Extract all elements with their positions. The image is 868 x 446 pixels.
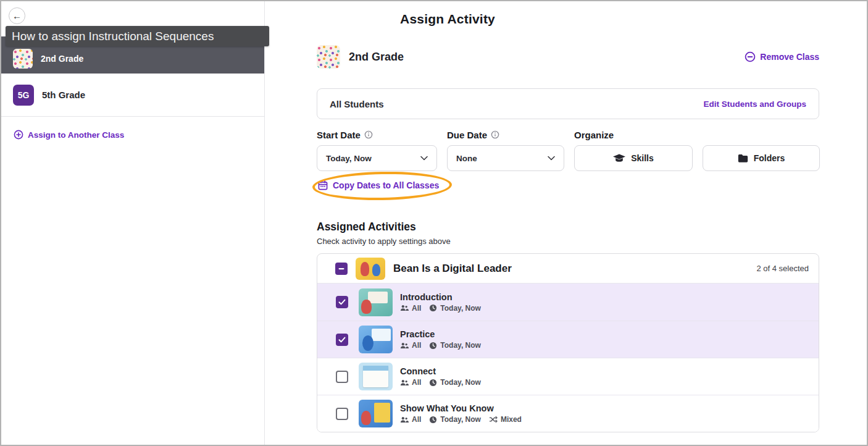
activity-meta: All Today, Now bbox=[400, 304, 481, 313]
minus-circle-icon bbox=[745, 51, 756, 62]
check-icon bbox=[338, 337, 346, 343]
assigned-activities-panel: Bean Is a Digital Leader 2 of 4 selected… bbox=[317, 253, 819, 432]
due-date-value: None bbox=[456, 154, 477, 163]
assign-activity-panel: 2nd Grade Remove Class All Students Edit… bbox=[265, 1, 867, 445]
activity-meta: All Today, Now bbox=[400, 378, 481, 387]
activity-meta: All Today, Now Mixed bbox=[400, 415, 522, 424]
activity-row-connect: Connect All Today, Now bbox=[317, 358, 819, 395]
sidebar: ← 2nd Grade 5G 5th Grade Assign to Anoth… bbox=[1, 1, 265, 445]
shuffle-icon bbox=[489, 416, 498, 423]
students-icon bbox=[400, 416, 409, 423]
class-name: 5th Grade bbox=[42, 90, 85, 100]
checkbox-practice[interactable] bbox=[336, 334, 348, 346]
plus-circle-icon bbox=[14, 130, 23, 140]
activity-row-show-what-you-know: Show What You Know All Today, Now Mixed bbox=[317, 395, 819, 432]
sidebar-class-5th-grade[interactable]: 5G 5th Grade bbox=[1, 74, 264, 117]
select-all-checkbox[interactable] bbox=[335, 263, 348, 275]
activity-row-introduction: Introduction All Today, Now bbox=[317, 284, 819, 321]
chevron-down-icon bbox=[420, 156, 428, 161]
info-icon[interactable] bbox=[491, 130, 499, 139]
activity-thumbnail bbox=[359, 400, 393, 427]
chevron-down-icon bbox=[548, 156, 555, 161]
activity-group-title: Bean Is a Digital Leader bbox=[393, 263, 512, 275]
assign-another-class-link[interactable]: Assign to Another Class bbox=[14, 130, 124, 140]
checkbox-connect[interactable] bbox=[336, 371, 348, 383]
back-button[interactable]: ← bbox=[9, 7, 25, 24]
skills-label: Skills bbox=[631, 153, 654, 163]
checkbox-introduction[interactable] bbox=[336, 296, 348, 308]
folders-button[interactable]: Folders bbox=[703, 145, 820, 171]
remove-class-button[interactable]: Remove Class bbox=[745, 51, 819, 62]
students-icon bbox=[400, 379, 409, 386]
start-date-value: Today, Now bbox=[326, 154, 372, 163]
how-to-assign-tooltip: How to assign Instructional Sequences bbox=[6, 26, 269, 46]
calendar-icon bbox=[318, 180, 328, 190]
organize-label: Organize bbox=[574, 128, 693, 141]
activity-title: Connect bbox=[400, 366, 481, 376]
assignment-settings: Start Date Due Date Organize Today, Now … bbox=[317, 128, 820, 171]
activity-title: Show What You Know bbox=[400, 403, 522, 413]
students-value: All Students bbox=[330, 99, 384, 109]
start-date-select[interactable]: Today, Now bbox=[317, 145, 437, 171]
activity-title: Introduction bbox=[400, 292, 481, 302]
class-name: 2nd Grade bbox=[41, 54, 83, 64]
graduation-cap-icon bbox=[613, 154, 625, 163]
class-header-name: 2nd Grade bbox=[349, 51, 404, 64]
students-icon bbox=[400, 305, 409, 311]
copy-dates-to-all-classes-link[interactable]: Copy Dates to All Classes bbox=[318, 180, 439, 190]
assigned-activities-heading: Assigned Activities bbox=[317, 221, 416, 234]
start-date-label: Start Date bbox=[317, 128, 437, 141]
assign-another-class-label: Assign to Another Class bbox=[28, 130, 124, 140]
activity-thumbnail bbox=[359, 363, 393, 390]
folder-icon bbox=[738, 154, 748, 162]
activity-row-practice: Practice All Today, Now bbox=[317, 321, 819, 358]
clock-icon bbox=[429, 304, 437, 312]
class-initials-badge: 5G bbox=[13, 85, 34, 106]
clock-icon bbox=[429, 416, 437, 424]
check-icon bbox=[338, 299, 346, 305]
due-date-select[interactable]: None bbox=[447, 145, 564, 171]
activity-thumbnail bbox=[359, 326, 393, 353]
class-header: 2nd Grade Remove Class bbox=[317, 45, 819, 69]
copy-dates-label: Copy Dates to All Classes bbox=[333, 180, 439, 190]
edit-students-and-groups-link[interactable]: Edit Students and Groups bbox=[703, 99, 806, 109]
clock-icon bbox=[429, 342, 437, 350]
selected-count: 2 of 4 selected bbox=[756, 264, 809, 273]
activity-group-thumbnail bbox=[356, 258, 385, 280]
indeterminate-minus-icon bbox=[338, 265, 345, 272]
class-avatar bbox=[13, 49, 33, 69]
students-icon bbox=[400, 342, 409, 349]
back-arrow-icon: ← bbox=[12, 11, 22, 21]
skills-button[interactable]: Skills bbox=[574, 145, 693, 171]
activity-group-header: Bean Is a Digital Leader 2 of 4 selected bbox=[317, 254, 819, 284]
due-date-label: Due Date bbox=[447, 128, 564, 141]
remove-class-label: Remove Class bbox=[760, 52, 819, 62]
info-icon[interactable] bbox=[364, 130, 373, 139]
class-avatar bbox=[317, 45, 340, 69]
activity-title: Practice bbox=[400, 329, 481, 339]
activity-meta: All Today, Now bbox=[400, 341, 481, 350]
activity-thumbnail bbox=[359, 288, 393, 316]
students-selection-box: All Students Edit Students and Groups bbox=[317, 88, 819, 119]
folders-label: Folders bbox=[754, 153, 785, 163]
checkbox-show-what-you-know[interactable] bbox=[336, 408, 348, 420]
assigned-activities-subtext: Check activity to apply settings above bbox=[317, 237, 451, 246]
clock-icon bbox=[429, 379, 437, 387]
